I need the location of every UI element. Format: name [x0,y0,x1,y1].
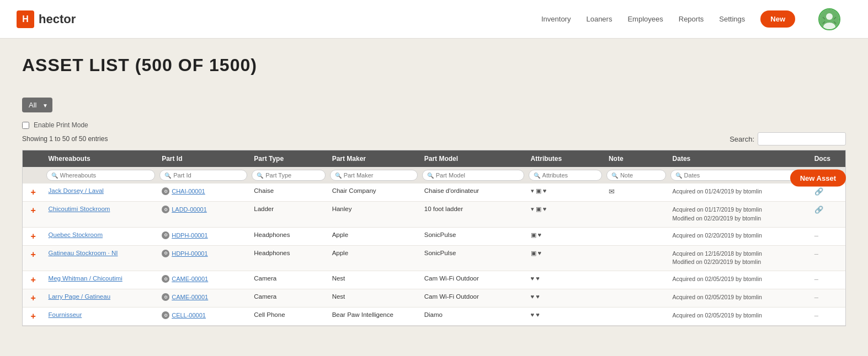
parttype-cell: Headphones [249,245,327,271]
attributes-cell: ▣ ♥ [526,245,604,271]
filter-attributes-input[interactable] [542,172,597,179]
filter-note-input[interactable] [620,172,661,179]
doc-icon: 🔗 [814,187,823,196]
partid-cell: ⚙ HDPH-00001 [157,227,249,245]
avatar[interactable] [818,8,840,30]
dates-text: Acquired on 02/05/2019 by btomlin [673,311,806,320]
part-id-icon: ⚙ [162,275,169,283]
part-id-icon: ⚙ [162,187,169,195]
whereabouts-link[interactable]: Larry Page / Gatineau [49,293,111,300]
brand: H hector [17,10,76,28]
partmaker-cell: Hanley [328,202,420,228]
filter-whereabouts-input[interactable] [60,172,151,179]
attribute-icons: ▾ ▣ ♥ [531,206,547,213]
table-row: + Jack Dorsey / Laval ⚙ CHAI-00001 Chais… [23,184,845,202]
expand-cell: + [23,271,44,289]
part-id-link[interactable]: LADD-00001 [172,206,207,213]
partid-cell: ⚙ CHAI-00001 [157,184,249,202]
part-id-icon: ⚙ [162,250,169,257]
whereabouts-link[interactable]: Jack Dorsey / Laval [49,187,104,194]
nav-settings[interactable]: Settings [719,15,745,23]
search-icon: 🔍 [534,172,540,179]
partmaker-cell: Nest [328,289,420,308]
table-row: + Quebec Stockroom ⚙ HDPH-00001 Headphon… [23,227,845,245]
expand-button[interactable]: + [31,275,36,285]
search-icon: 🔍 [51,172,58,179]
filter-partmodel-input[interactable] [436,172,519,179]
attributes-cell: ▾ ▣ ♥ [526,202,604,228]
docs-cell: – [810,245,845,271]
attribute-icons: ▣ ♥ [531,250,542,257]
whereabouts-link[interactable]: Chicoutimi Stockroom [49,206,110,212]
expand-button[interactable]: + [31,311,36,321]
nav-employees[interactable]: Employees [627,15,663,23]
main-content: ASSET LIST (500 OF 1500) New Asset All ▼… [0,39,868,337]
filter-partmaker-col: 🔍 [328,167,420,184]
filter-dates-col: 🔍 [668,167,810,184]
expand-button[interactable]: + [31,187,36,197]
partmodel-cell: Chaise d'ordinateur [420,184,526,202]
filter-partid-input[interactable] [173,172,242,179]
table-row: + Chicoutimi Stockroom ⚙ LADD-00001 Ladd… [23,202,845,228]
whereabouts-cell: Larry Page / Gatineau [44,289,158,308]
expand-button[interactable]: + [31,231,36,241]
expand-button[interactable]: + [31,293,36,303]
part-id-link[interactable]: HDPH-00001 [172,250,207,257]
expand-cell: + [23,184,44,202]
page-title: ASSET LIST (500 OF 1500) [22,55,257,75]
note-icon: ✉ [609,187,615,196]
nav-reports[interactable]: Reports [679,15,704,23]
part-id-link[interactable]: CHAI-00001 [172,188,205,195]
table-row: + Gatineau Stockroom · NI ⚙ HDPH-00001 H… [23,245,845,271]
partmodel-cell: SonicPulse [420,245,526,271]
print-mode-row: Enable Print Mode [22,121,846,129]
col-header-partmaker: Part Maker [328,150,420,167]
doc-icon: – [814,275,818,283]
attributes-cell: ▣ ♥ [526,227,604,245]
nav-loaners[interactable]: Loaners [586,15,612,23]
search-input[interactable] [758,132,846,145]
search-icon: 🔍 [335,172,342,179]
filter-attributes-col: 🔍 [526,167,604,184]
part-id-link[interactable]: HDPH-00001 [172,232,207,239]
expand-button[interactable]: + [31,250,36,260]
filter-note-col: 🔍 [604,167,668,184]
dates-cell: Acquired on 02/05/2019 by btomlin [668,271,810,289]
expand-cell: + [23,202,44,228]
attribute-icons: ▾ ▣ ♥ [531,187,547,195]
navbar: H hector Inventory Loaners Employees Rep… [0,0,868,39]
filter-dates-input[interactable] [684,172,803,179]
parttype-cell: Ladder [249,202,327,228]
filter-parttype-input[interactable] [265,172,320,179]
table-row: + Fournisseur ⚙ CELL-00001 Cell Phone Be… [23,308,845,326]
print-mode-label[interactable]: Enable Print Mode [34,121,88,129]
note-cell [604,308,668,326]
note-cell [604,289,668,308]
col-header-note: Note [604,150,668,167]
expand-button[interactable]: + [31,206,36,215]
filter-dropdown[interactable]: All [22,98,52,112]
whereabouts-link[interactable]: Quebec Stockroom [49,231,103,238]
docs-cell: – [810,308,845,326]
part-id-link[interactable]: CAME-00001 [172,276,208,282]
entries-text: Showing 1 to 50 of 50 entries [22,135,108,143]
part-id-link[interactable]: CAME-00001 [172,294,208,300]
part-id-icon: ⚙ [162,206,169,213]
note-cell [604,245,668,271]
doc-icon: – [814,293,818,301]
search-icon: 🔍 [675,172,682,179]
parttype-cell: Chaise [249,184,327,202]
filter-partmaker-input[interactable] [344,172,413,179]
expand-cell: + [23,289,44,308]
whereabouts-link[interactable]: Gatineau Stockroom · NI [49,250,118,256]
part-id-link[interactable]: CELL-00001 [172,312,206,319]
new-asset-button[interactable]: New Asset [790,170,846,187]
whereabouts-link[interactable]: Fournisseur [49,311,82,318]
nav-inventory[interactable]: Inventory [541,15,571,23]
whereabouts-link[interactable]: Meg Whitman / Chicoutimi [49,275,123,282]
print-mode-checkbox[interactable] [22,122,29,129]
new-button[interactable]: New [760,10,795,28]
search-icon: 🔍 [611,172,618,179]
part-id-icon: ⚙ [162,311,169,319]
col-expand [23,150,44,167]
